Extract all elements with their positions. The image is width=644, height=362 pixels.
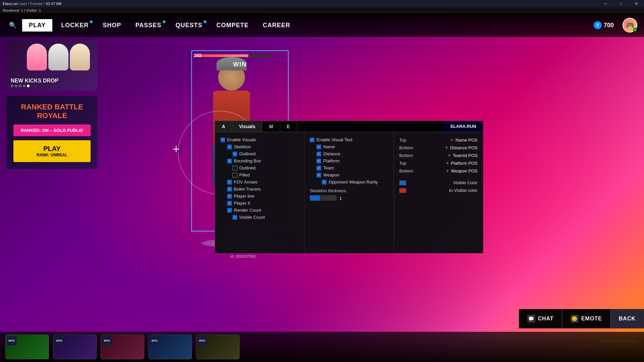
team-text-item[interactable]: Team [310, 164, 388, 171]
tab-spacer [297, 121, 444, 132]
sneaker-pink [27, 44, 47, 70]
sneaker-promo-card[interactable]: NEW KICKS DROP [7, 40, 97, 91]
invisible-color-row: In-Visible color [399, 187, 478, 194]
render-count-check[interactable] [227, 208, 232, 213]
bullet-tracers-item[interactable]: Bullet Tracers [220, 186, 299, 193]
distance-pos-arrow: ▼ [444, 145, 449, 150]
sneaker-images [27, 44, 94, 77]
sneaker-cream [70, 44, 90, 70]
tab-e[interactable]: E [280, 121, 297, 132]
name-pos-side: Top [399, 138, 406, 143]
enable-visual-text-check[interactable] [310, 138, 314, 142]
title-time: 02:47 AM [46, 2, 61, 6]
tab-visuals[interactable]: Visuals [232, 121, 262, 132]
bb-outlined-item[interactable]: Outlined [220, 164, 299, 171]
weapon-text-item[interactable]: Weapon [310, 171, 388, 178]
enable-visuals-item[interactable]: Enable Visuals [220, 136, 299, 143]
player-line-item[interactable]: Player line [220, 193, 299, 200]
invisible-color-label: In-Visible color [449, 188, 478, 193]
teamid-pos-label: TeamId POS [453, 153, 478, 158]
back-button[interactable]: BACK [610, 309, 644, 328]
plus-button[interactable]: + [168, 141, 185, 158]
skeleton-item[interactable]: Skeleton [220, 143, 299, 150]
enable-visuals-check[interactable] [220, 138, 225, 142]
thumb-4[interactable]: EPIC [148, 334, 192, 359]
vbucks-icon: V [594, 21, 602, 29]
ranked-card: RANKED BATTLE ROYALE RANKED: ON – SOLO P… [7, 96, 97, 169]
sneaker-white [48, 44, 68, 70]
weapon-text-check[interactable] [316, 173, 321, 177]
platform-text-check[interactable] [316, 159, 321, 163]
bounding-box-check[interactable] [227, 159, 232, 163]
minimize-button[interactable]: — [598, 0, 613, 7]
invisible-color-box[interactable] [399, 188, 406, 193]
skeleton-slider[interactable] [310, 195, 337, 201]
tab-m[interactable]: M [262, 121, 280, 132]
ranked-play-button[interactable]: PLAY RANK: UNREAL [13, 140, 91, 162]
nav-shop[interactable]: SHOP [97, 19, 127, 32]
nav-compete[interactable]: COMPETE [211, 19, 254, 32]
opp-weapon-rarity-item[interactable]: Opponent Weapon Rarity [310, 178, 388, 186]
skeleton-outlined-check[interactable] [233, 152, 237, 156]
player-x-check[interactable] [227, 201, 232, 206]
platform-pos-label: Platform POS [451, 161, 478, 166]
team-text-check[interactable] [316, 166, 321, 170]
thumb-1[interactable]: EPIC [5, 334, 49, 359]
vbucks-amount: 700 [604, 22, 614, 29]
skeleton-check[interactable] [227, 145, 232, 149]
chat-icon: 💬 [527, 315, 535, 323]
enable-visual-text-item[interactable]: Enable Visual Text [310, 136, 388, 143]
weapon-pos-label: Weapon POS [451, 168, 478, 173]
win-label: WIN [233, 61, 247, 68]
nav-passes[interactable]: PASSES [130, 19, 167, 32]
search-button[interactable]: 🔍 [7, 19, 19, 31]
weapon-pos-arrow: ▼ [445, 168, 450, 173]
ranked-mode-button[interactable]: RANKED: ON – SOLO PUBLIC [13, 124, 91, 136]
bb-outlined-check[interactable] [233, 166, 237, 170]
thumb-2[interactable]: EPIC [53, 334, 97, 359]
visible-color-box[interactable] [399, 180, 406, 185]
team-text-label: Team [323, 165, 334, 170]
emote-button[interactable]: 😊 EMOTE [562, 309, 610, 328]
player-line-check[interactable] [227, 194, 232, 199]
chat-label: CHAT [538, 316, 554, 322]
epic-logo-5: EPIC [199, 340, 206, 342]
nav-locker[interactable]: LOCKER [56, 19, 94, 32]
name-text-check[interactable] [316, 145, 321, 149]
health-bar [195, 54, 271, 57]
platform-text-item[interactable]: Platform [310, 157, 388, 164]
visible-count-item[interactable]: Visible Count [220, 214, 299, 221]
tab-a[interactable]: A [215, 121, 232, 132]
thumb-5[interactable]: EPIC [196, 334, 240, 359]
bb-filled-label: Filled [239, 172, 250, 177]
render-count-item[interactable]: Render Count [220, 207, 299, 214]
action-buttons: 💬 CHAT 😊 EMOTE BACK [519, 309, 644, 328]
nav-quests[interactable]: QUESTS [170, 19, 208, 32]
chat-button[interactable]: 💬 CHAT [519, 309, 562, 328]
bb-filled-item[interactable]: Filled [220, 171, 299, 178]
char-id: id: 2059327961 [231, 254, 256, 258]
opp-weapon-rarity-check[interactable] [322, 180, 327, 185]
name-text-item[interactable]: Name [310, 143, 388, 150]
thumb-3-label: EPIC [102, 336, 112, 346]
nav-play[interactable]: PLAY [22, 19, 52, 32]
skeleton-outlined-item[interactable]: Outlined [220, 150, 299, 157]
player-x-item[interactable]: Player X [220, 200, 299, 207]
nav-career[interactable]: CAREER [257, 19, 296, 32]
bullet-tracers-check[interactable] [227, 187, 232, 192]
fov-arrows-check[interactable] [227, 180, 232, 185]
thumb-3[interactable]: EPIC [101, 334, 144, 359]
visible-color-label: Visible Color [453, 180, 478, 185]
bullet-tracers-label: Bullet Tracers [234, 187, 260, 192]
distance-pos-item: Bottom ▼ Distance POS [399, 144, 478, 152]
distance-text-check[interactable] [316, 152, 321, 156]
weapon-pos-side: Bottom [399, 168, 413, 173]
bb-filled-check[interactable] [233, 173, 237, 177]
bounding-box-item[interactable]: Bounding Box [220, 157, 299, 164]
visible-count-check[interactable] [233, 215, 237, 220]
maximize-button[interactable]: □ [613, 0, 629, 7]
close-button[interactable]: ✕ [629, 0, 644, 7]
dot-2 [15, 85, 17, 87]
distance-text-item[interactable]: Distance [310, 150, 388, 157]
fov-arrows-item[interactable]: FOV Arrows [220, 178, 299, 186]
